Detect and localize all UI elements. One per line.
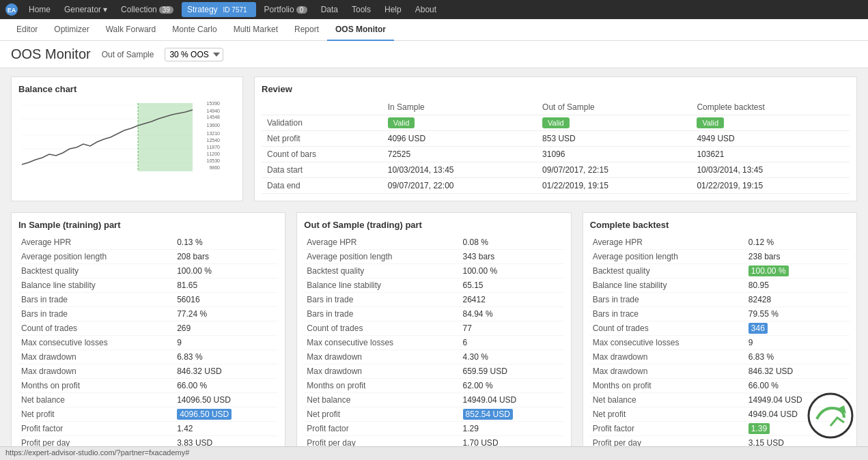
review-cell-outOfSample: 31096 (537, 147, 691, 162)
nav-data[interactable]: Data (316, 2, 344, 17)
stats-value: 56016 (174, 293, 278, 307)
stats-label: Bars in trade (18, 293, 174, 307)
stats-value: 846.32 USD (174, 364, 278, 379)
nav-generator[interactable]: Generator ▾ (59, 2, 113, 17)
review-title: Review (262, 84, 850, 94)
stats-label: Max consecutive losses (590, 336, 746, 350)
stats-row: Net profit4096.50 USD (18, 407, 278, 422)
stats-label: Net profit (590, 407, 746, 422)
out-of-sample-table: Average HPR0.08 %Average position length… (304, 235, 563, 460)
stats-value: 80.95 (746, 278, 850, 293)
stats-label: Average HPR (590, 235, 746, 250)
review-row: Data end09/07/2017, 22:0001/22/2019, 19:… (262, 178, 850, 194)
status-bar: https://expert-advisor-studio.com/?partn… (0, 446, 868, 460)
in-sample-line (22, 126, 138, 164)
balance-chart-title: Balance chart (18, 84, 236, 94)
oos-label: Out of Sample (102, 50, 154, 59)
stats-value: 26412 (460, 293, 564, 307)
stats-value: 82428 (746, 293, 850, 307)
stats-value: 1.29 (460, 422, 564, 436)
stats-value: 4.30 % (460, 350, 564, 364)
review-row-label: Net profit (262, 131, 382, 147)
stats-row: Bars in trade26412 (304, 293, 563, 307)
review-cell-complete: 01/22/2019, 19:15 (691, 178, 850, 194)
stats-row: Backtest quality100.00 % (18, 264, 278, 278)
stats-label: Count of trades (304, 321, 460, 336)
stats-label: Backtest quality (590, 264, 746, 278)
review-cell-outOfSample: 09/07/2017, 22:15 (537, 162, 691, 178)
review-cell-complete: 103621 (691, 147, 850, 162)
review-table: In Sample Out of Sample Complete backtes… (262, 100, 850, 194)
stats-row: Bars in trade77.24 % (18, 307, 278, 321)
svg-text:12540: 12540 (207, 138, 221, 143)
nav-help[interactable]: Help (379, 2, 407, 17)
review-section: Review In Sample Out of Sample Complete … (254, 76, 857, 201)
stats-row: Net balance14096.50 USD (18, 393, 278, 407)
tab-optimizer[interactable]: Optimizer (46, 19, 97, 41)
review-cell-inSample: 4096 USD (382, 131, 537, 147)
stats-row: Count of trades346 (590, 321, 850, 336)
balance-chart-svg: 15390 14940 14548 13600 13210 12540 1187… (18, 100, 223, 175)
stats-row: Average HPR0.13 % (18, 235, 278, 250)
stats-value: 659.59 USD (460, 364, 564, 379)
stats-row: Max drawdown846.32 USD (18, 364, 278, 379)
stats-label: Max drawdown (590, 350, 746, 364)
stats-label: Profit factor (304, 422, 460, 436)
nav-home[interactable]: Home (23, 2, 56, 17)
svg-text:10530: 10530 (207, 158, 221, 163)
svg-text:13210: 13210 (207, 131, 221, 136)
tab-multi-market[interactable]: Multi Market (225, 19, 286, 41)
stats-label: Net balance (304, 393, 460, 407)
sub-navigation: Editor Optimizer Walk Forward Monte Carl… (0, 19, 868, 41)
nav-tools[interactable]: Tools (346, 2, 376, 17)
oos-select[interactable]: 30 % OOS 10 % OOS 20 % OOS 40 % OOS 50 %… (165, 48, 223, 61)
nav-about[interactable]: About (410, 2, 442, 17)
stats-label: Net profit (18, 407, 174, 422)
nav-collection[interactable]: Collection 39 (115, 2, 179, 17)
stats-label: Bars in trade (304, 293, 460, 307)
stats-row: Backtest quality100.00 % (590, 264, 850, 278)
stats-value: 62.00 % (460, 379, 564, 393)
review-cell-outOfSample: 01/22/2019, 19:15 (537, 178, 691, 194)
review-cell-complete: 4949 USD (691, 131, 850, 147)
review-row-label: Data start (262, 162, 382, 178)
stats-value: 66.00 % (746, 379, 850, 393)
stats-value: 9 (746, 336, 850, 350)
review-row: Count of bars7252531096103621 (262, 147, 850, 162)
stats-value: 14096.50 USD (174, 393, 278, 407)
svg-text:9860: 9860 (209, 165, 220, 170)
stats-label: Profit factor (590, 422, 746, 436)
review-col-oos: Out of Sample (537, 100, 691, 115)
stats-row: Months on profit66.00 % (590, 379, 850, 393)
tab-editor[interactable]: Editor (8, 19, 46, 41)
stats-value: 77.24 % (174, 307, 278, 321)
logo-svg (807, 392, 854, 440)
tab-walk-forward[interactable]: Walk Forward (98, 19, 165, 41)
stats-value: 79.55 % (746, 307, 850, 321)
nav-portfolio[interactable]: Portfolio 0 (259, 2, 313, 17)
page-header: OOS Monitor Out of Sample 30 % OOS 10 % … (0, 41, 868, 68)
stats-row: Max drawdown846.32 USD (590, 364, 850, 379)
stats-row: Balance line stability65.15 (304, 278, 563, 293)
in-sample-panel: In Sample (training) part Average HPR0.1… (11, 212, 285, 460)
stats-label: Bars in trade (590, 293, 746, 307)
nav-strategy[interactable]: Strategy ID 7571 (182, 2, 256, 17)
review-cell-outOfSample: Valid (537, 115, 691, 131)
stats-row: Balance line stability81.65 (18, 278, 278, 293)
stats-label: Balance line stability (18, 278, 174, 293)
stats-row: Months on profit62.00 % (304, 379, 563, 393)
stats-value: 269 (174, 321, 278, 336)
tab-oos-monitor[interactable]: OOS Monitor (327, 19, 394, 41)
svg-point-17 (809, 394, 852, 437)
tab-monte-carlo[interactable]: Monte Carlo (164, 19, 225, 41)
review-col-insample: In Sample (382, 100, 537, 115)
stats-label: Count of trades (590, 321, 746, 336)
review-cell-outOfSample: 853 USD (537, 131, 691, 147)
stats-label: Count of trades (18, 321, 174, 336)
stats-label: Bars in trade (18, 307, 174, 321)
main-content: Balance chart 15390 14940 14548 13600 13… (0, 68, 868, 460)
stats-label: Months on profit (590, 379, 746, 393)
tab-report[interactable]: Report (286, 19, 327, 41)
stats-label: Net profit (304, 407, 460, 422)
balance-chart-section: Balance chart 15390 14940 14548 13600 13… (11, 76, 243, 201)
